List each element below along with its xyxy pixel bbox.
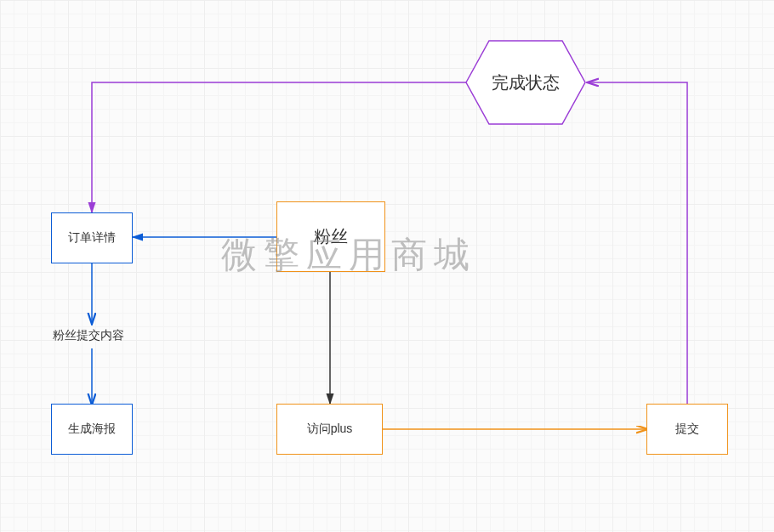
edge-submit-to-complete bbox=[589, 82, 687, 404]
node-order-details[interactable]: 订单详情 bbox=[51, 212, 133, 263]
node-generate-poster[interactable]: 生成海报 bbox=[51, 404, 133, 455]
node-complete-status-label: 完成状态 bbox=[492, 71, 560, 94]
node-order-details-label: 订单详情 bbox=[68, 230, 116, 246]
node-complete-status[interactable]: 完成状态 bbox=[466, 41, 585, 124]
node-submit[interactable]: 提交 bbox=[646, 404, 728, 455]
node-visit-plus-label: 访问plus bbox=[307, 422, 353, 437]
node-fans[interactable]: 粉丝 bbox=[276, 201, 385, 272]
node-submit-label: 提交 bbox=[675, 422, 699, 437]
node-fans-label: 粉丝 bbox=[314, 225, 348, 248]
node-generate-poster-label: 生成海报 bbox=[68, 422, 116, 437]
label-fans-submit-content: 粉丝提交内容 bbox=[53, 328, 124, 343]
edge-complete-to-order bbox=[92, 82, 466, 212]
node-visit-plus[interactable]: 访问plus bbox=[276, 404, 383, 455]
